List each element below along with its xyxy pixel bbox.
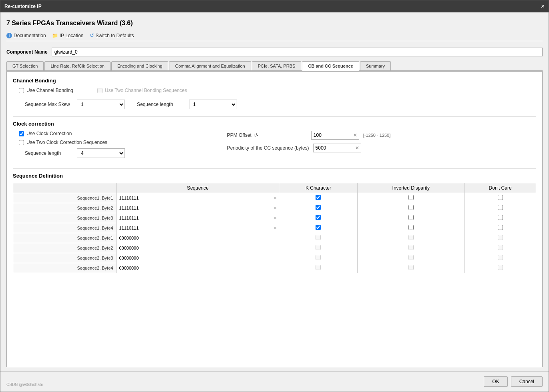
table-row: Sequence2, Byte2 (13, 243, 536, 253)
sequence-cell-2: ✕ (117, 213, 279, 223)
inv-disparity-checkbox-1[interactable] (408, 205, 414, 210)
inv-disparity-cell-7 (358, 263, 465, 273)
dont-care-cell-3 (465, 223, 536, 233)
sequence-length-select-cb[interactable]: 1 2 3 4 (189, 100, 237, 109)
ppm-offset-clear-button[interactable]: ✕ (352, 132, 359, 138)
k-char-cell-7 (279, 263, 358, 273)
inv-disparity-cell-1 (358, 203, 465, 213)
component-name-input[interactable] (52, 48, 543, 56)
dont-care-cell-5 (465, 243, 536, 253)
sequence-max-skew-label: Sequence Max Skew (25, 102, 73, 107)
col-header-dont-care: Don't Care (465, 183, 536, 193)
tab-gt-selection[interactable]: GT Selection (6, 61, 44, 70)
use-two-clock-correction-checkbox[interactable] (19, 140, 24, 145)
use-two-channel-bonding-checkbox[interactable] (97, 88, 103, 93)
use-channel-bonding-checkbox[interactable] (19, 88, 24, 93)
inv-disparity-checkbox-7 (408, 265, 414, 270)
k-char-cell-4 (279, 233, 358, 243)
footer: CSDN @w0shishabi OK Cancel (0, 371, 549, 392)
ok-button[interactable]: OK (484, 376, 507, 387)
documentation-label: Documentation (14, 33, 46, 38)
row-label-5: Sequence2, Byte2 (13, 243, 117, 253)
periodicity-row: Periodicity of the CC sequence (bytes) ✕ (227, 144, 536, 152)
tab-line-rate[interactable]: Line Rate, RefClk Selection (44, 61, 111, 70)
sequence-length-cc-row: Sequence length 1 2 3 4 (13, 148, 219, 158)
sequence-input-5[interactable] (117, 244, 279, 252)
dont-care-checkbox-1[interactable] (498, 205, 503, 210)
sequence-cell-5 (117, 243, 279, 253)
sequence-input-6[interactable] (117, 254, 279, 262)
sequence-cell-7 (117, 263, 279, 273)
sequence-clear-0[interactable]: ✕ (272, 196, 279, 201)
inv-disparity-cell-5 (358, 243, 465, 253)
row-label-6: Sequence2, Byte3 (13, 253, 117, 263)
table-row: Sequence1, Byte4✕ (13, 223, 536, 233)
watermark: CSDN @w0shishabi (6, 382, 45, 387)
k-char-checkbox-3[interactable] (316, 225, 321, 230)
k-char-cell-3 (279, 223, 358, 233)
dont-care-checkbox-7 (498, 265, 503, 270)
use-clock-correction-checkbox[interactable] (19, 131, 24, 136)
table-row: Sequence2, Byte1 (13, 233, 536, 243)
sequence-input-3[interactable] (117, 224, 272, 232)
window-title: Re-customize IP (4, 4, 42, 9)
inv-disparity-checkbox-2[interactable] (408, 215, 414, 220)
sequence-definition-section: Sequence Definition Sequence K Character… (13, 173, 536, 273)
sequence-cell-6 (117, 253, 279, 263)
sequence-cell-4 (117, 233, 279, 243)
ip-location-link[interactable]: 📁 IP Location (52, 33, 84, 38)
component-name-label: Component Name (6, 49, 48, 55)
component-name-row: Component Name (6, 45, 543, 59)
periodicity-clear-button[interactable]: ✕ (354, 145, 361, 151)
switch-defaults-link[interactable]: ↺ Switch to Defaults (90, 32, 134, 38)
sequence-input-1[interactable] (117, 204, 272, 212)
dont-care-checkbox-0[interactable] (498, 195, 503, 200)
cancel-button[interactable]: Cancel (511, 376, 543, 387)
sequence-cell-3: ✕ (117, 223, 279, 233)
inv-disparity-cell-6 (358, 253, 465, 263)
ppm-offset-input[interactable] (312, 131, 352, 139)
use-clock-correction-label: Use Clock Correction (26, 131, 72, 136)
sequence-clear-2[interactable]: ✕ (272, 216, 279, 221)
tab-encoding-clocking[interactable]: Encoding and Clocking (111, 61, 169, 70)
k-char-checkbox-4 (316, 235, 321, 240)
tab-comma-alignment[interactable]: Comma Alignment and Equalization (169, 61, 251, 70)
tab-cb-cc-sequence[interactable]: CB and CC Sequence (302, 61, 359, 71)
k-char-checkbox-0[interactable] (316, 195, 321, 200)
inv-disparity-cell-2 (358, 213, 465, 223)
inv-disparity-checkbox-0[interactable] (408, 195, 414, 200)
row-label-3: Sequence1, Byte4 (13, 223, 117, 233)
dont-care-checkbox-5 (498, 245, 503, 250)
k-char-checkbox-2[interactable] (316, 215, 321, 220)
use-channel-bonding-label: Use Channel Bonding (26, 88, 73, 93)
refresh-icon: ↺ (90, 32, 94, 38)
dont-care-checkbox-3[interactable] (498, 225, 503, 230)
k-char-checkbox-6 (316, 255, 321, 260)
tab-summary[interactable]: Summary (360, 61, 391, 70)
titlebar: Re-customize IP × (0, 0, 549, 12)
sequence-length-label-cb: Sequence length (137, 102, 185, 107)
sequence-clear-3[interactable]: ✕ (272, 226, 279, 231)
ppm-offset-range: [-1250 - 1250] (363, 133, 391, 138)
sequence-input-2[interactable] (117, 214, 272, 222)
sequence-input-0[interactable] (117, 194, 272, 202)
divider-1 (13, 116, 536, 117)
tab-pcie-sata[interactable]: PCIe, SATA, PRBS (252, 61, 302, 70)
k-char-checkbox-1[interactable] (316, 205, 321, 210)
ip-location-label: IP Location (60, 33, 84, 38)
dont-care-checkbox-2[interactable] (498, 215, 503, 220)
sequence-max-skew-select[interactable]: 1 2 3 4 (77, 100, 125, 109)
row-label-4: Sequence2, Byte1 (13, 233, 117, 243)
inv-disparity-checkbox-4 (408, 235, 414, 240)
inv-disparity-checkbox-3[interactable] (408, 225, 414, 230)
periodicity-input[interactable] (314, 144, 354, 152)
sequence-input-7[interactable] (117, 264, 279, 272)
sequence-length-select-cc[interactable]: 1 2 3 4 (77, 148, 125, 158)
documentation-link[interactable]: i Documentation (6, 33, 46, 38)
sequence-input-4[interactable] (117, 234, 279, 242)
close-button[interactable]: × (541, 3, 545, 10)
ppm-offset-label: PPM Offset +/- (227, 132, 307, 138)
sequence-clear-1[interactable]: ✕ (272, 206, 279, 211)
dont-care-checkbox-4 (498, 235, 503, 240)
use-channel-bonding-row: Use Channel Bonding (19, 88, 73, 93)
